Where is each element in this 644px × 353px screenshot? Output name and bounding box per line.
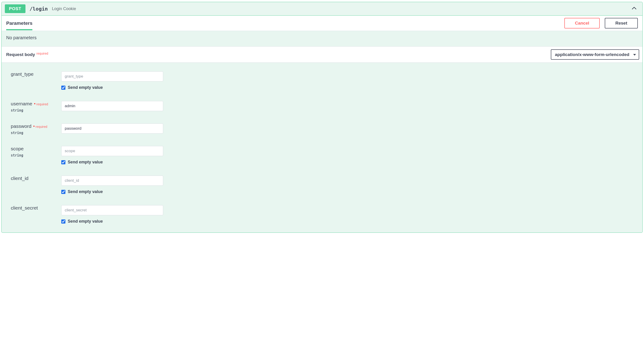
client-secret-send-empty-checkbox[interactable] [61, 220, 66, 224]
scope-input[interactable] [61, 146, 163, 156]
param-name: client_id [11, 176, 28, 181]
required-text: required [36, 102, 48, 106]
scope-send-empty-checkbox[interactable] [61, 160, 66, 164]
required-text: required [36, 125, 47, 128]
client-id-input[interactable] [61, 176, 163, 186]
username-input[interactable] [61, 101, 163, 111]
param-name: grant_type [11, 72, 34, 77]
param-name: password [11, 124, 32, 129]
request-body-header: Request body required application/x-www-… [2, 46, 642, 63]
request-body-required-tag: required [36, 52, 48, 55]
param-type: string [11, 108, 61, 112]
content-type-select[interactable]: application/x-www-form-urlencoded [551, 49, 639, 60]
chevron-up-icon[interactable] [631, 5, 637, 12]
param-row-username: username * required string [11, 101, 633, 112]
http-method-badge: POST [5, 4, 26, 13]
send-empty-label: Send empty value [68, 85, 103, 90]
param-row-scope: scope string Send empty value [11, 146, 633, 164]
client-id-send-empty-checkbox[interactable] [61, 190, 66, 194]
send-empty-label: Send empty value [68, 219, 103, 224]
password-input[interactable] [61, 124, 163, 134]
tab-parameters[interactable]: Parameters [6, 16, 32, 30]
param-row-client-id: client_id Send empty value [11, 176, 633, 194]
param-row-password: password * required string [11, 124, 633, 135]
param-row-client-secret: client_secret Send empty value [11, 205, 633, 224]
send-empty-label: Send empty value [68, 160, 103, 164]
request-body-title: Request body [6, 52, 35, 57]
operation-path: /login [30, 6, 48, 12]
param-name: username [11, 101, 32, 106]
cancel-button[interactable]: Cancel [564, 18, 600, 28]
send-empty-label: Send empty value [68, 189, 103, 194]
request-body-params: grant_type Send empty value username * r… [2, 63, 642, 232]
no-parameters-text: No parameters [2, 31, 642, 46]
operation-description: Login Cookie [52, 6, 76, 11]
required-star-icon: * [33, 125, 35, 128]
param-type: string [11, 131, 61, 135]
param-row-grant-type: grant_type Send empty value [11, 72, 633, 90]
parameters-tab-bar: Parameters Cancel Reset [2, 16, 642, 31]
required-star-icon: * [34, 102, 35, 106]
grant-type-input[interactable] [61, 72, 163, 82]
param-type: string [11, 153, 61, 158]
param-name: scope [11, 146, 24, 152]
operation-summary-row[interactable]: POST /login Login Cookie [2, 2, 642, 16]
grant-type-send-empty-checkbox[interactable] [61, 86, 66, 90]
param-name: client_secret [11, 205, 38, 211]
operation-block: POST /login Login Cookie Parameters Canc… [2, 2, 642, 233]
reset-button[interactable]: Reset [605, 18, 638, 28]
client-secret-input[interactable] [61, 205, 163, 215]
